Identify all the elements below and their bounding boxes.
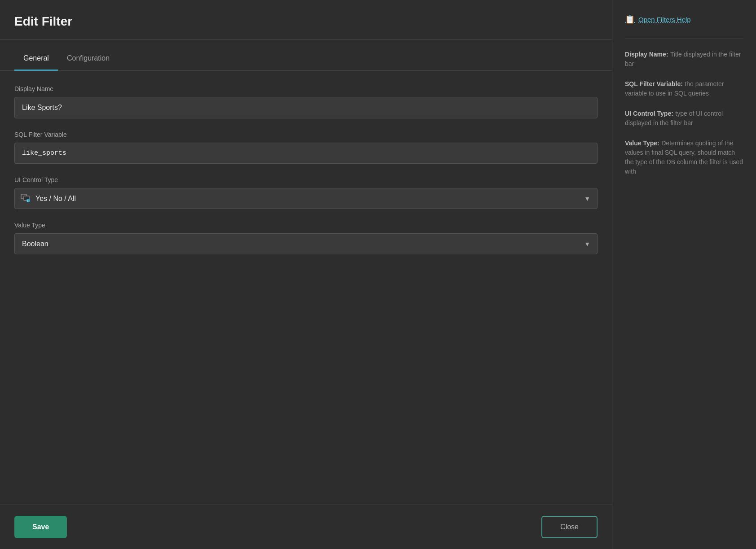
help-panel: 📋 Open Filters Help Display Name: Title …	[612, 0, 756, 549]
value-type-label: Value Type	[14, 222, 598, 229]
help-item-sql-filter-title: SQL Filter Variable:	[625, 80, 683, 87]
page-header: Edit Filter	[0, 0, 612, 40]
ui-control-type-group: UI Control Type i Yes / No / All	[14, 176, 598, 209]
close-button[interactable]: Close	[541, 516, 598, 538]
ui-control-type-label: UI Control Type	[14, 176, 598, 183]
sql-filter-variable-input[interactable]	[14, 143, 598, 164]
footer: Save Close	[0, 505, 612, 549]
display-name-input[interactable]	[14, 97, 598, 118]
help-item-display-name: Display Name: Title displayed in the fil…	[625, 50, 743, 69]
help-item-display-name-title: Display Name:	[625, 51, 668, 58]
sql-filter-variable-label: SQL Filter Variable	[14, 131, 598, 138]
tab-general[interactable]: General	[14, 47, 58, 71]
main-panel: Edit Filter General Configuration Displa…	[0, 0, 612, 549]
page-title: Edit Filter	[14, 14, 598, 29]
display-name-group: Display Name	[14, 85, 598, 118]
help-item-ui-control: UI Control Type: type of UI control disp…	[625, 109, 743, 128]
help-item-sql-filter: SQL Filter Variable: the parameter varia…	[625, 79, 743, 98]
value-type-group: Value Type Boolean String Number Date ▼	[14, 222, 598, 254]
tabs-container: General Configuration	[0, 47, 612, 71]
help-divider	[625, 39, 743, 39]
display-name-label: Display Name	[14, 85, 598, 92]
value-type-wrapper: Boolean String Number Date ▼	[14, 233, 598, 254]
open-filters-help-link[interactable]: 📋 Open Filters Help	[625, 14, 743, 24]
save-button[interactable]: Save	[14, 516, 67, 538]
ui-control-type-select[interactable]: Yes / No / All Text Input Dropdown Date …	[34, 188, 597, 209]
ui-control-type-wrapper: i Yes / No / All Text Input Dropdown Dat…	[14, 188, 598, 209]
ui-control-type-select-container: i Yes / No / All Text Input Dropdown Dat…	[14, 188, 598, 209]
help-item-value-type-title: Value Type:	[625, 139, 659, 147]
sql-filter-variable-group: SQL Filter Variable	[14, 131, 598, 164]
form-area: Display Name SQL Filter Variable UI Cont…	[0, 71, 612, 505]
help-item-value-type: Value Type: Determines quoting of the va…	[625, 139, 743, 176]
help-item-ui-control-title: UI Control Type:	[625, 110, 673, 117]
value-type-select[interactable]: Boolean String Number Date	[14, 233, 598, 254]
control-icon: i	[20, 192, 30, 205]
tab-configuration[interactable]: Configuration	[58, 47, 119, 71]
book-icon: 📋	[625, 14, 635, 24]
